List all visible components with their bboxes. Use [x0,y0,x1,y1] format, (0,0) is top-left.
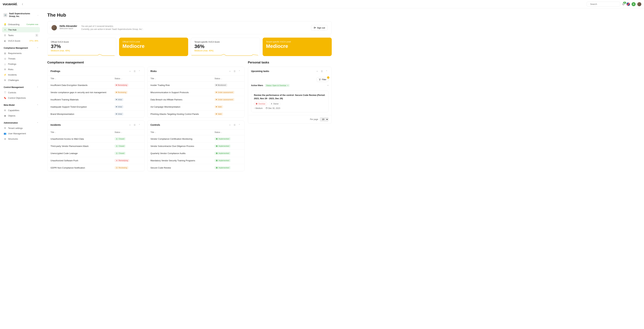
table-row[interactable]: Phishing Attacks Targeting Hosting Contr… [148,110,244,118]
col-status[interactable]: Status ⌄ [214,77,241,80]
nav-incidents[interactable]: ⚡Incidents [2,72,40,77]
table-row[interactable]: Quarterly Vendor Compliance AuditsImplem… [148,150,244,157]
score-official-level[interactable]: Official VUCA Level Mediocre [119,38,188,56]
table-row[interactable]: Unauthorized Access to M&A DataClosed [48,135,144,143]
list-view-icon[interactable]: ☰ [232,69,237,73]
col-title[interactable]: Title ⌄ [50,77,114,80]
clear-filters-icon[interactable]: × [327,84,328,87]
due-date: Dec 30, 2023 [266,107,280,109]
list-view-icon[interactable]: ☰ [133,123,137,127]
nav-hub[interactable]: The Hub [2,27,40,32]
task-card[interactable]: Review the performance of the control: S… [251,91,328,112]
search-input[interactable] [590,3,618,5]
score-tenant-level[interactable]: Tenant-specific VUCA Level Mediocre [263,38,332,56]
score-tenant-pct[interactable]: Tenant-specific VUCA Score 36% Mediocre … [191,38,260,56]
list-view-icon[interactable]: ☰ [320,69,324,73]
col-status[interactable]: Status ⌄ [114,77,142,80]
nav-structures[interactable]: ⊞Structures [2,136,40,142]
search-box[interactable] [587,2,620,7]
table-row[interactable]: Third-party Vendor Ransomware AttackClos… [48,143,144,150]
col-status[interactable]: Status ⌄ [214,131,241,133]
nav-risks[interactable]: ⛨Risks [2,67,40,72]
add-icon[interactable]: + [228,69,232,73]
row-title: Unauthorized Software Push [50,159,114,162]
perpage-select[interactable]: 10 [320,117,328,122]
nav-tenant-settings[interactable]: ⚒Tenant settings [2,125,40,131]
row-title: Vendor Subcontractor Due Diligence Proce… [150,145,214,147]
back-button[interactable] [20,2,25,7]
add-button[interactable]: + [632,2,636,6]
table-row[interactable]: Insufficient Data Encryption StandardsRe… [48,82,144,89]
table-row[interactable]: GDPR Non-Compliance NotificationReviewin… [48,164,144,171]
add-icon[interactable]: + [315,69,319,73]
nav-controls[interactable]: ⛉Controls [2,90,40,95]
status-tag: Implemented [214,152,230,155]
nav-label: Tasks [8,34,34,37]
table-row[interactable]: Unencrypted Code LeakageClosed [48,150,144,157]
chip-remove-icon[interactable]: × [287,84,288,87]
table-row[interactable]: Vendor Compliance Certification Monitori… [148,135,244,143]
signout-button[interactable]: Sign out [311,25,328,31]
nav-objects[interactable]: ▣Objects [2,113,40,118]
table-row[interactable]: Unauthorized Software PushRemedying [48,157,144,164]
col-status[interactable]: Status ⌄ [114,131,142,133]
nav-header-label: Meta Model [4,104,14,106]
table-row[interactable]: Inadequate Support Ticket EncryptionInit… [48,103,144,110]
row-title: Inadequate Support Ticket Encryption [50,106,114,108]
col-title[interactable]: Title ⌄ [150,77,214,80]
filter-chip[interactable]: Status: Open & Overdue × [265,84,290,87]
overdue-chip: Overdue [254,102,267,105]
list-view-icon[interactable]: ☰ [232,123,237,127]
collapse-icon[interactable]: ⌃ [237,123,241,127]
collapse-icon[interactable]: ⌃ [137,69,142,73]
nav-vuca-score[interactable]: ◐ VUCA Score 37% | 36% [2,38,40,44]
table-row[interactable]: Mandatory Vendor Security Training Progr… [148,157,244,164]
collapse-icon[interactable]: ⌃ [137,123,142,127]
nav-threats[interactable]: ◎Threats [2,56,40,61]
row-status: Reviewing [114,91,142,94]
user-avatar[interactable] [637,2,641,6]
notifications-button[interactable]: 27 [622,3,625,6]
notification-count: 27 [623,2,626,4]
table-row[interactable]: Insider Trading RiskMonitored [148,82,244,89]
nav-findings[interactable]: △Findings [2,61,40,67]
nav-label: Challenges [8,79,38,81]
row-status: Monitored [214,84,241,87]
filter-button[interactable]: Filter 1 [317,77,328,82]
table-row[interactable]: Vendor Subcontractor Due Diligence Proce… [148,143,244,150]
nav-control-objectives[interactable]: 🔖Control Objectives [2,95,40,101]
table-row[interactable]: Data Breach via Affiliate PartnersUnder … [148,96,244,103]
nav-tasks[interactable]: ☰ Tasks 1 [2,32,40,38]
table-row[interactable]: Insufficient Training MaterialsInitial [48,96,144,103]
col-title[interactable]: Title ⌄ [150,131,214,133]
nav-header-meta[interactable]: Meta Model ⌃ [2,103,40,108]
nav-header-admin[interactable]: Administration ⌃ [2,120,40,125]
col-title[interactable]: Title ⌄ [50,131,114,133]
nav-header-compliance[interactable]: Compliance Management ⌃ [2,46,40,51]
nav-challenges[interactable]: 🗎Challenges [2,77,40,83]
nav-capabilities[interactable]: ⚙Capabilities [2,108,40,113]
add-icon[interactable]: + [228,123,232,127]
score-official-pct[interactable]: Official VUCA Score 37% Mediocre (max. 4… [47,38,116,56]
add-icon[interactable]: + [128,69,132,73]
svg-point-4 [4,30,4,31]
nav-user-management[interactable]: 👥User Management [2,131,40,136]
row-title: Unencrypted Code Leakage [50,152,114,155]
brand-logo[interactable]: vucavoid. [3,2,18,6]
nav-onboarding[interactable]: 💡 Onboarding Complete now [2,22,40,27]
collapse-icon[interactable]: ⌃ [324,69,328,73]
chevron-up-icon: ⌃ [37,87,38,88]
collapse-icon[interactable]: ⌃ [237,69,241,73]
nav-requirements[interactable]: ▤Requirements [2,51,40,56]
status-tag: Reviewing [114,166,128,169]
table-row[interactable]: Ad Campaign MisinterpretationValid [148,103,244,110]
language-flag[interactable] [626,3,630,6]
table-row[interactable]: Miscommunication in Support ProtocolsUnd… [148,89,244,96]
table-row[interactable]: Brand MisrepresentationInitial [48,110,144,118]
add-icon[interactable]: + [128,123,132,127]
tenant-switcher[interactable]: 🏢 SaaS Superstructures Group, Inc. ⌄ [2,11,40,19]
table-row[interactable]: Vendor compliance gaps in security and r… [48,89,144,96]
list-view-icon[interactable]: ☰ [133,69,137,73]
table-row[interactable]: Secure Code ReviewImplemented [148,164,244,171]
nav-header-control[interactable]: Control Management ⌃ [2,85,40,90]
